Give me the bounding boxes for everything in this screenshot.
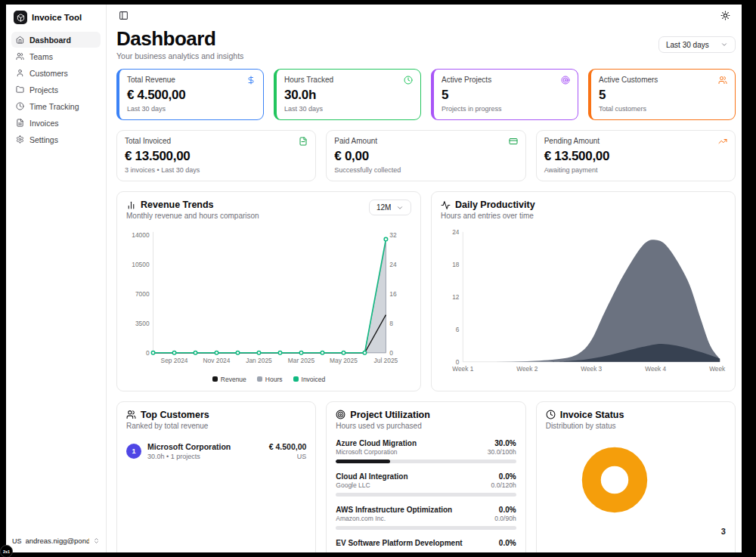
stat-card-total-revenue: Total Revenue € 4.500,00 Last 30 days [116,69,264,120]
stat-subtitle: Last 30 days [284,105,413,113]
sidebar-item-settings[interactable]: Settings [11,132,101,147]
svg-text:3500: 3500 [135,320,150,327]
invoice-status-card: Invoice Status Distribution by status 3 [536,401,736,552]
project-pct: 0.0% [499,472,516,481]
svg-text:0: 0 [456,358,460,366]
charts-row: Revenue Trends Monthly revenue and hours… [107,191,742,391]
stat-title: Total Revenue [127,76,175,84]
svg-text:Week 3: Week 3 [581,366,602,373]
kpi-row: Total Revenue € 4.500,00 Last 30 days Ho… [107,69,742,120]
date-range-select[interactable]: Last 30 days [658,36,736,53]
svg-text:24: 24 [389,261,397,268]
daily-productivity-chart: 06121824Week 1Week 2Week 3Week 4Week 5 [441,226,726,379]
folder-icon [16,85,24,94]
svg-text:Mar 2025: Mar 2025 [288,357,315,364]
credit-card-icon [509,137,518,146]
stat-value: 30.0h [284,88,413,103]
bottom-row: Top Customers Ranked by total revenue 1 … [107,401,742,552]
legend-item: Hours [257,376,283,383]
invoice-status-legend: 3 [546,527,726,536]
svg-text:24: 24 [452,228,460,236]
project-name: EV Software Platform Development [336,539,462,547]
clock-icon [404,76,413,85]
stat-value: 5 [599,88,727,103]
stat-card-active-projects: Active Projects 5 Projects in progress [431,69,578,120]
chart-title: Revenue Trends [141,200,214,210]
stat-card-active-customers: Active Customers 5 Total customers [588,69,736,120]
chart-title: Daily Productivity [455,200,535,210]
svg-text:May 2025: May 2025 [330,357,358,364]
users-icon [16,52,24,60]
revenue-range-value: 12M [376,203,391,212]
sidebar-item-customers[interactable]: Customers [11,65,101,81]
project-hours: 30.0/100h [488,448,516,456]
legend-item: Revenue [212,376,246,383]
project-name: Azure Cloud Migration [336,439,417,447]
project-customer: Amazon.com Inc. [336,515,386,522]
project-name: Cloud AI Integration [336,472,407,481]
revenue-range-select[interactable]: 12M [369,200,411,215]
project-hours: 0.0/90h [494,515,516,522]
stat-title: Active Customers [599,76,658,84]
project-row: Azure Cloud Migration30.0% Microsoft Cor… [336,439,516,463]
project-utilization-card: Project Utilization Hours used vs purcha… [326,401,525,552]
sidebar-item-dashboard[interactable]: Dashboard [11,32,101,48]
sidebar-item-label: Projects [29,85,58,94]
project-hours: 0.0/120h [491,481,516,489]
progress-bar [336,526,516,530]
revenue-trends-card: Revenue Trends Monthly revenue and hours… [116,191,421,391]
project-row: EV Software Platform Development0.0% [336,539,516,547]
sidebar-item-label: Settings [29,135,58,144]
sidebar-toggle-button[interactable] [116,8,131,23]
users-icon [718,76,727,85]
file-text-icon [16,119,24,127]
project-row: Cloud AI Integration0.0% Google LLC0.0/1… [336,472,516,497]
svg-text:16: 16 [389,290,397,298]
home-icon [16,36,24,44]
sidebar-nav: Dashboard Teams Customers Projects Time … [11,32,101,147]
legend-item: Invoiced [293,376,326,383]
sidebar-item-invoices[interactable]: Invoices [11,115,101,131]
trending-up-icon [718,137,727,146]
stat-title: Total Invoiced [125,137,171,145]
sidebar-item-label: Dashboard [29,36,71,45]
top-customers-card: Top Customers Ranked by total revenue 1 … [116,401,316,552]
app-name: Invoice Tool [32,13,82,22]
clock-icon [546,410,556,419]
revenue-chart-legend: RevenueHoursInvoiced [126,376,411,383]
progress-bar [336,460,516,463]
target-icon [561,76,570,85]
svg-text:0: 0 [146,349,150,357]
account-switcher[interactable]: US andreas.nigg@pond... [11,535,101,546]
status-count: 3 [721,527,726,536]
customer-list-item[interactable]: 1 Microsoft Corporation 30.0h • 1 projec… [126,442,306,460]
stat-subtitle: Projects in progress [442,105,570,113]
revenue-trends-chart: 035007000105001400008162432Sep 2024Nov 2… [126,226,411,372]
stat-title: Hours Tracked [284,76,333,84]
chevron-down-icon [720,41,728,48]
card-subtitle: Ranked by total revenue [126,422,306,430]
activity-icon [441,200,451,210]
page-header: Dashboard Your business analytics and in… [107,24,742,60]
project-pct: 0.0% [499,539,516,547]
invoice-status-donut-chart [578,444,651,516]
theme-toggle-button[interactable] [717,8,733,23]
stat-card-paid-amount: Paid Amount € 0,00 Successfully collecte… [326,130,525,181]
main-content: Dashboard Your business analytics and in… [107,5,742,552]
stat-value: 5 [442,88,570,103]
card-title: Invoice Status [560,410,624,420]
svg-text:Week 5: Week 5 [709,366,726,373]
dollar-icon [246,76,256,85]
sidebar-item-teams[interactable]: Teams [11,48,101,64]
stat-value: € 0,00 [334,149,517,164]
sidebar-item-label: Teams [29,52,53,61]
project-pct: 30.0% [494,439,516,447]
stat-title: Active Projects [442,76,491,84]
stat-subtitle: Last 30 days [127,105,256,113]
app-window: Invoice Tool Dashboard Teams Customers P… [6,5,742,552]
sidebar-item-projects[interactable]: Projects [11,82,101,97]
customer-country: US [269,453,307,460]
stat-subtitle: Awaiting payment [544,166,727,174]
sidebar-item-time-tracking[interactable]: Time Tracking [11,98,101,114]
chart-subtitle: Hours and entries over time [441,212,535,220]
